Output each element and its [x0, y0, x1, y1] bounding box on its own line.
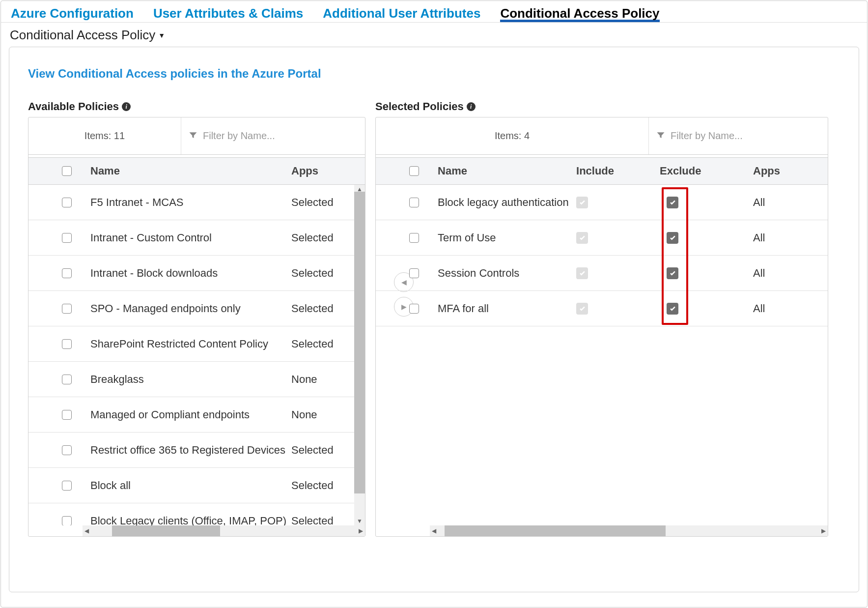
- tab-conditional-access-policy[interactable]: Conditional Access Policy: [500, 6, 659, 22]
- selected-select-all-checkbox[interactable]: [409, 166, 419, 176]
- scroll-right-icon[interactable]: ▶: [357, 527, 365, 534]
- policy-panel: View Conditional Access policies in the …: [9, 47, 859, 592]
- filter-icon: [656, 130, 666, 142]
- table-row[interactable]: SPO - Managed endpoints onlySelected: [28, 291, 365, 326]
- row-checkbox[interactable]: [62, 410, 72, 420]
- available-policies-column: Available Policies i Items: 11: [28, 100, 365, 537]
- selected-col-apps[interactable]: Apps: [753, 165, 797, 177]
- policy-apps: All: [753, 302, 797, 315]
- selected-col-exclude[interactable]: Exclude: [660, 165, 753, 177]
- row-checkbox[interactable]: [62, 481, 72, 491]
- tab-user-attributes-claims[interactable]: User Attributes & Claims: [153, 6, 303, 22]
- available-col-apps[interactable]: Apps: [291, 165, 365, 177]
- policy-name: SPO - Managed endpoints only: [82, 302, 291, 315]
- row-checkbox[interactable]: [62, 516, 72, 526]
- row-checkbox[interactable]: [409, 304, 419, 314]
- table-row[interactable]: Managed or Compliant endpointsNone: [28, 397, 365, 433]
- policy-name: Intranet - Custom Control: [82, 232, 291, 244]
- exclude-checkbox[interactable]: [667, 232, 678, 244]
- info-icon[interactable]: i: [467, 102, 476, 111]
- policy-name: Intranet - Block downloads: [82, 267, 291, 280]
- policy-apps: All: [753, 232, 797, 244]
- tab-azure-configuration[interactable]: Azure Configuration: [11, 6, 134, 22]
- table-row[interactable]: MFA for allAll: [376, 291, 828, 326]
- include-checkbox[interactable]: [576, 197, 588, 208]
- policy-name: Block all: [82, 479, 291, 492]
- hscroll-thumb[interactable]: [445, 525, 666, 536]
- policy-name: Session Controls: [429, 267, 576, 280]
- row-checkbox[interactable]: [62, 268, 72, 278]
- info-icon[interactable]: i: [122, 102, 131, 111]
- selected-header-row: Name Include Exclude Apps: [376, 157, 828, 185]
- row-checkbox[interactable]: [409, 198, 419, 207]
- table-row[interactable]: Intranet - Custom ControlSelected: [28, 220, 365, 256]
- policy-name: Restrict office 365 to Registered Device…: [82, 444, 291, 457]
- exclude-checkbox[interactable]: [667, 303, 678, 315]
- policy-name: Managed or Compliant endpoints: [82, 408, 291, 421]
- selected-list-box: Items: 4 Name Include Exclude: [375, 117, 828, 537]
- scroll-right-icon[interactable]: ▶: [819, 527, 828, 534]
- selected-col-include[interactable]: Include: [576, 165, 660, 177]
- tab-bar: Azure Configuration User Attributes & Cl…: [1, 1, 867, 23]
- exclude-checkbox[interactable]: [667, 267, 678, 279]
- azure-portal-link[interactable]: View Conditional Access policies in the …: [28, 67, 321, 80]
- scroll-thumb[interactable]: [354, 192, 365, 493]
- row-checkbox[interactable]: [62, 445, 72, 455]
- available-list-box: Items: 11 Name Apps: [28, 117, 365, 537]
- policy-name: Breakglass: [82, 373, 291, 386]
- table-row[interactable]: Block allSelected: [28, 468, 365, 503]
- table-row[interactable]: SharePoint Restricted Content PolicySele…: [28, 326, 365, 362]
- filter-icon: [188, 130, 198, 142]
- scroll-left-icon[interactable]: ◀: [83, 527, 91, 534]
- table-row[interactable]: Intranet - Block downloadsSelected: [28, 256, 365, 291]
- include-checkbox[interactable]: [576, 303, 588, 315]
- hscroll-thumb[interactable]: [112, 525, 220, 536]
- row-checkbox[interactable]: [409, 233, 419, 243]
- table-row[interactable]: Block Legacy clients (Office, IMAP, POP)…: [28, 503, 365, 525]
- table-row[interactable]: BreakglassNone: [28, 362, 365, 397]
- scroll-left-icon[interactable]: ◀: [430, 527, 438, 534]
- selected-title: Selected Policies: [375, 100, 464, 113]
- policy-name: F5 Intranet - MCAS: [82, 196, 291, 209]
- available-select-all-checkbox[interactable]: [62, 166, 72, 176]
- table-row[interactable]: Block legacy authenticationAll: [376, 185, 828, 220]
- policy-name: Block legacy authentication: [429, 196, 576, 209]
- policy-apps: All: [753, 267, 797, 280]
- table-row[interactable]: Session ControlsAll: [376, 256, 828, 291]
- row-checkbox[interactable]: [62, 304, 72, 314]
- section-title-text: Conditional Access Policy: [10, 28, 155, 43]
- row-checkbox[interactable]: [62, 233, 72, 243]
- horizontal-scrollbar[interactable]: ◀ ▶: [83, 525, 365, 536]
- selected-filter-input[interactable]: [671, 130, 821, 142]
- selected-items-count: Items: 4: [376, 117, 648, 154]
- available-header-row: Name Apps: [28, 157, 365, 185]
- table-row[interactable]: Term of UseAll: [376, 220, 828, 256]
- available-col-name[interactable]: Name: [82, 165, 291, 177]
- include-checkbox[interactable]: [576, 267, 588, 279]
- exclude-checkbox[interactable]: [667, 197, 678, 208]
- row-checkbox[interactable]: [62, 198, 72, 207]
- selected-col-name[interactable]: Name: [429, 165, 576, 177]
- include-checkbox[interactable]: [576, 232, 588, 244]
- table-row[interactable]: Restrict office 365 to Registered Device…: [28, 433, 365, 468]
- available-items-count: Items: 11: [28, 117, 181, 154]
- policy-name: MFA for all: [429, 302, 576, 315]
- policy-name: SharePoint Restricted Content Policy: [82, 338, 291, 350]
- tab-additional-user-attributes[interactable]: Additional User Attributes: [323, 6, 480, 22]
- row-checkbox[interactable]: [62, 339, 72, 349]
- row-checkbox[interactable]: [409, 268, 419, 278]
- policy-name: Term of Use: [429, 232, 576, 244]
- policy-name: Block Legacy clients (Office, IMAP, POP): [82, 515, 291, 526]
- selected-policies-column: Selected Policies i Items: 4: [375, 100, 828, 537]
- vertical-scrollbar[interactable]: ▲ ▼: [354, 185, 365, 525]
- horizontal-scrollbar[interactable]: ◀ ▶: [430, 525, 828, 536]
- table-row[interactable]: F5 Intranet - MCASSelected: [28, 185, 365, 220]
- section-title[interactable]: Conditional Access Policy ▼: [1, 23, 867, 46]
- available-title: Available Policies: [28, 100, 119, 113]
- scroll-down-icon[interactable]: ▼: [356, 517, 364, 525]
- row-checkbox[interactable]: [62, 375, 72, 384]
- policy-apps: All: [753, 196, 797, 209]
- caret-down-icon: ▼: [158, 31, 165, 39]
- available-filter-input[interactable]: [203, 130, 358, 142]
